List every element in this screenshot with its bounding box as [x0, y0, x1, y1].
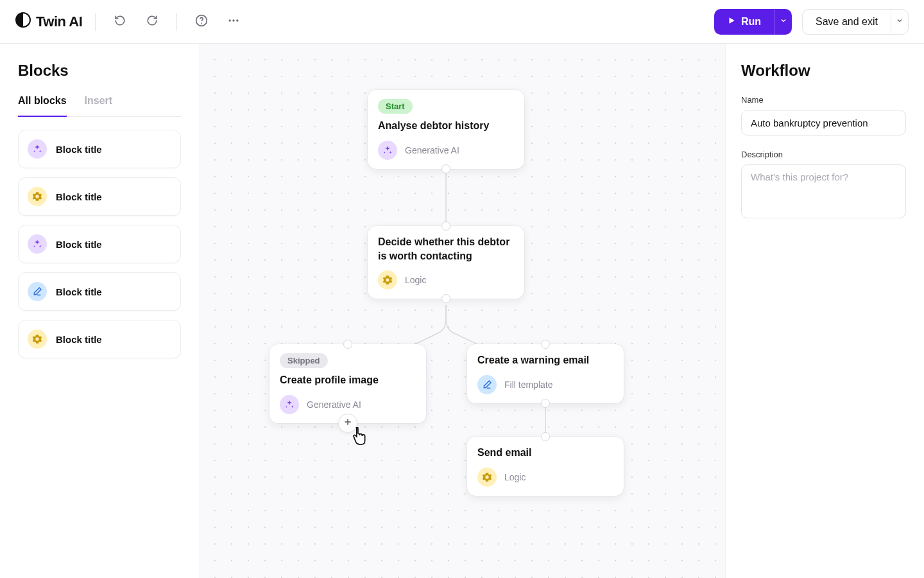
save-dropdown[interactable] — [891, 9, 909, 35]
more-button[interactable] — [222, 10, 245, 33]
save-button[interactable]: Save and exit — [802, 9, 891, 35]
run-label: Run — [741, 16, 761, 28]
skipped-badge: Skipped — [280, 353, 328, 368]
sparkle-icon — [378, 141, 397, 160]
node-type: Fill template — [504, 380, 552, 390]
input-port[interactable] — [441, 222, 450, 231]
block-item-label: Block title — [56, 286, 102, 297]
edit-icon — [477, 375, 497, 394]
svg-point-3 — [201, 22, 202, 24]
block-list-item[interactable]: Block title — [18, 272, 181, 311]
node-type: Generative AI — [405, 145, 459, 155]
tab-insert[interactable]: Insert — [85, 95, 113, 117]
node-type: Generative AI — [307, 399, 361, 410]
chevron-down-icon — [780, 17, 787, 26]
play-icon — [727, 16, 736, 28]
add-node-button[interactable] — [338, 414, 357, 433]
node-type: Logic — [405, 275, 426, 285]
divider — [95, 13, 96, 31]
app-header: Twin AI Run — [0, 0, 924, 44]
node-title: Create profile image — [280, 373, 416, 387]
node-create-profile-image[interactable]: Skipped Create profile image Generative … — [270, 344, 426, 423]
workflow-description-input[interactable] — [741, 164, 906, 218]
logo-icon — [15, 12, 31, 31]
chevron-down-icon — [896, 17, 903, 26]
sparkle-icon — [28, 234, 47, 254]
svg-point-4 — [229, 19, 231, 21]
description-label: Description — [741, 150, 906, 159]
blocks-tabs: All blocks Insert — [18, 95, 181, 117]
workflow-canvas[interactable]: Start Analyse debtor history Generative … — [199, 44, 725, 578]
workflow-panel: Workflow Name Description — [725, 44, 924, 578]
block-list-item[interactable]: Block title — [18, 177, 181, 216]
run-dropdown[interactable] — [774, 9, 792, 35]
output-port[interactable] — [441, 164, 450, 173]
svg-point-6 — [236, 19, 238, 21]
output-port[interactable] — [441, 294, 450, 303]
blocks-title: Blocks — [18, 62, 181, 80]
help-button[interactable] — [190, 10, 213, 33]
help-icon — [195, 14, 208, 29]
redo-icon — [146, 15, 158, 28]
plus-icon — [343, 417, 352, 429]
block-item-label: Block title — [56, 334, 102, 345]
block-item-label: Block title — [56, 239, 102, 250]
run-button[interactable]: Run — [714, 9, 774, 35]
node-title: Decide whether this debtor is worth cont… — [378, 235, 514, 263]
node-type: Logic — [504, 472, 526, 482]
node-title: Create a warning email — [477, 353, 613, 367]
edit-icon — [28, 282, 47, 301]
undo-button[interactable] — [108, 10, 132, 33]
sparkle-icon — [280, 395, 299, 414]
sparkle-icon — [28, 139, 47, 159]
blocks-panel: Blocks All blocks Insert Block titleBloc… — [0, 44, 199, 578]
workflow-title: Workflow — [741, 62, 906, 80]
redo-button[interactable] — [141, 10, 164, 33]
app-name: Twin AI — [36, 13, 82, 30]
name-label: Name — [741, 95, 906, 105]
node-title: Analyse debtor history — [378, 119, 514, 133]
svg-point-5 — [233, 19, 235, 21]
input-port[interactable] — [541, 432, 550, 441]
node-analyse-debtor-history[interactable]: Start Analyse debtor history Generative … — [368, 90, 524, 169]
start-badge: Start — [378, 99, 413, 114]
output-port[interactable] — [541, 399, 550, 408]
node-decide-contact[interactable]: Decide whether this debtor is worth cont… — [368, 226, 524, 299]
block-item-label: Block title — [56, 144, 102, 155]
node-warning-email[interactable]: Create a warning email Fill template — [467, 344, 624, 403]
gear-icon — [28, 329, 47, 349]
gear-icon — [28, 187, 47, 206]
gear-icon — [477, 468, 497, 487]
node-title: Send email — [477, 446, 613, 460]
input-port[interactable] — [343, 340, 352, 349]
gear-icon — [378, 270, 397, 290]
node-send-email[interactable]: Send email Logic — [467, 437, 624, 496]
tab-all-blocks[interactable]: All blocks — [18, 95, 67, 117]
input-port[interactable] — [541, 340, 550, 349]
block-list-item[interactable]: Block title — [18, 130, 181, 168]
more-icon — [227, 14, 240, 29]
undo-icon — [114, 15, 126, 28]
block-item-label: Block title — [56, 191, 102, 202]
block-list-item[interactable]: Block title — [18, 320, 181, 358]
app-logo: Twin AI — [15, 12, 82, 31]
workflow-name-input[interactable] — [741, 110, 906, 136]
save-label: Save and exit — [816, 16, 878, 28]
block-list-item[interactable]: Block title — [18, 225, 181, 263]
divider — [176, 13, 177, 31]
